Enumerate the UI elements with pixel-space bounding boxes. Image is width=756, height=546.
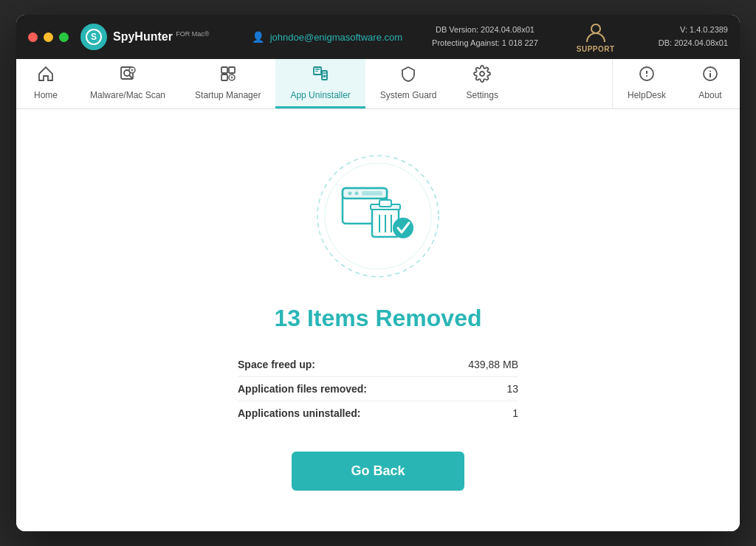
stats-label-apps: Applications uninstalled: bbox=[238, 407, 360, 419]
db-version: DB Version: 2024.04.08x01 bbox=[432, 24, 538, 37]
svg-rect-12 bbox=[315, 69, 320, 70]
maximize-button[interactable] bbox=[59, 32, 69, 42]
nav-app-uninstaller[interactable]: App Uninstaller bbox=[275, 59, 365, 108]
support-label: SUPPORT bbox=[577, 45, 615, 53]
support-icon bbox=[584, 21, 608, 45]
support-button[interactable]: SUPPORT bbox=[568, 18, 624, 56]
version-info: V: 1.4.0.2389 DB: 2024.04.08x01 bbox=[659, 24, 728, 49]
nav-helpdesk-label: HelpDesk bbox=[628, 90, 666, 100]
svg-point-30 bbox=[348, 192, 352, 196]
db-info: DB Version: 2024.04.08x01 Protecting Aga… bbox=[432, 24, 538, 49]
nav-malware-label: Malware/Mac Scan bbox=[90, 90, 165, 100]
nav-system-guard-label: System Guard bbox=[380, 90, 437, 100]
window-controls bbox=[28, 32, 69, 42]
user-email: johndoe@enigmasoftware.com bbox=[270, 32, 402, 43]
svg-point-25 bbox=[709, 71, 711, 72]
main-window: S SpyHunter FOR Mac® 👤 johndoe@enigmasof… bbox=[16, 15, 740, 531]
title-bar-center: 👤 johndoe@enigmasoftware.com DB Version:… bbox=[232, 18, 644, 56]
logo-area: S SpyHunter FOR Mac® bbox=[80, 24, 210, 50]
stats-row-files: Application files removed: 13 bbox=[238, 377, 518, 401]
nav-settings-label: Settings bbox=[467, 90, 498, 100]
nav-home-label: Home bbox=[34, 90, 58, 100]
app-uninstaller-icon bbox=[312, 65, 329, 87]
main-content: 13 Items Removed Space freed up: 439,88 … bbox=[16, 109, 740, 531]
nav-startup-label: Startup Manager bbox=[195, 90, 261, 100]
logo-icon: S bbox=[80, 24, 107, 50]
user-icon: 👤 bbox=[252, 31, 264, 43]
helpdesk-icon bbox=[638, 65, 656, 87]
svg-rect-8 bbox=[229, 67, 235, 73]
stats-row-apps: Applications uninstalled: 1 bbox=[238, 401, 518, 425]
uninstall-graphic bbox=[341, 187, 415, 246]
settings-icon bbox=[473, 65, 491, 87]
nav-uninstaller-label: App Uninstaller bbox=[290, 90, 350, 100]
protecting-label: Protecting Against: 1 018 227 bbox=[432, 37, 538, 50]
svg-rect-32 bbox=[362, 191, 382, 196]
nav-bar: Home Malware/Mac Scan bbox=[16, 59, 740, 109]
svg-point-19 bbox=[480, 72, 484, 76]
stats-table: Space freed up: 439,88 MB Application fi… bbox=[238, 353, 518, 425]
nav-home[interactable]: Home bbox=[16, 59, 75, 108]
about-icon bbox=[701, 65, 719, 87]
stats-row-space: Space freed up: 439,88 MB bbox=[238, 353, 518, 377]
nav-settings[interactable]: Settings bbox=[452, 59, 513, 108]
nav-right: HelpDesk About bbox=[612, 59, 740, 108]
version-number: V: 1.4.0.2389 bbox=[659, 24, 728, 37]
logo-main-text: SpyHunter bbox=[113, 30, 173, 43]
svg-point-2 bbox=[591, 24, 600, 33]
logo-text-area: SpyHunter FOR Mac® bbox=[113, 30, 210, 44]
uninstall-icon-container bbox=[312, 150, 444, 283]
svg-rect-13 bbox=[315, 71, 318, 72]
nav-spacer bbox=[513, 59, 612, 108]
minimize-button[interactable] bbox=[44, 32, 53, 42]
nav-about[interactable]: About bbox=[681, 59, 740, 108]
nav-malware-scan[interactable]: Malware/Mac Scan bbox=[75, 59, 180, 108]
svg-rect-35 bbox=[379, 200, 391, 207]
malware-scan-icon bbox=[119, 65, 137, 87]
system-guard-icon bbox=[399, 65, 417, 87]
stats-label-space: Space freed up: bbox=[238, 359, 315, 370]
stats-value-apps: 1 bbox=[512, 407, 518, 419]
svg-point-22 bbox=[646, 75, 647, 77]
nav-system-guard[interactable]: System Guard bbox=[365, 59, 452, 108]
svg-text:S: S bbox=[91, 32, 97, 42]
logo-sub-text: FOR Mac® bbox=[176, 30, 209, 38]
result-title: 13 Items Removed bbox=[274, 305, 481, 332]
db-version-right: DB: 2024.04.08x01 bbox=[659, 37, 728, 50]
svg-rect-9 bbox=[221, 75, 227, 80]
svg-point-39 bbox=[393, 218, 413, 238]
svg-rect-7 bbox=[221, 67, 227, 73]
startup-manager-icon bbox=[219, 65, 237, 87]
nav-startup-manager[interactable]: Startup Manager bbox=[180, 59, 275, 108]
stats-label-files: Application files removed: bbox=[238, 383, 367, 395]
nav-about-label: About bbox=[698, 90, 721, 100]
svg-point-31 bbox=[355, 192, 359, 196]
nav-helpdesk[interactable]: HelpDesk bbox=[613, 59, 681, 108]
close-button[interactable] bbox=[28, 32, 38, 42]
stats-value-space: 439,88 MB bbox=[468, 359, 518, 370]
stats-value-files: 13 bbox=[506, 383, 518, 395]
title-bar: S SpyHunter FOR Mac® 👤 johndoe@enigmasof… bbox=[16, 15, 740, 59]
go-back-button[interactable]: Go Back bbox=[292, 452, 464, 491]
uninstall-graphic-svg bbox=[341, 187, 415, 246]
home-icon bbox=[37, 65, 55, 87]
user-info: 👤 johndoe@enigmasoftware.com bbox=[252, 31, 402, 43]
